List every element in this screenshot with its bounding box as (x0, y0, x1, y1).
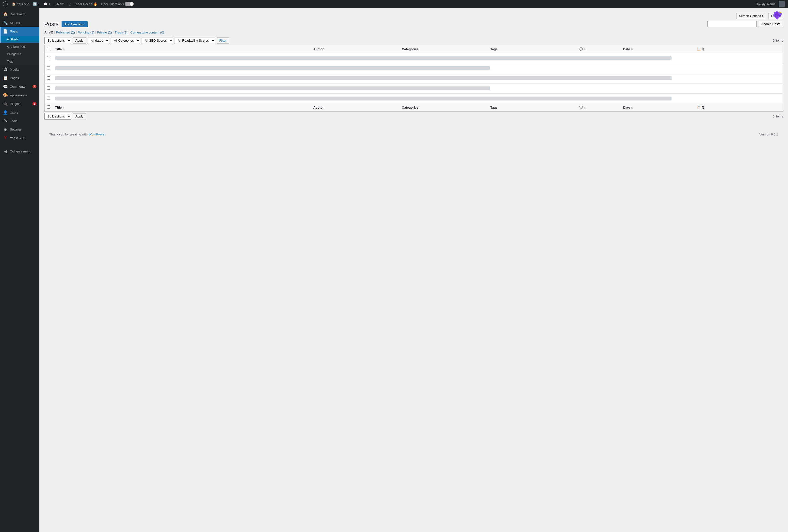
all-seo-scores-select[interactable]: All SEO Scores (142, 37, 173, 44)
comments-icon-header: 💬 (579, 47, 583, 51)
table-row (44, 73, 783, 83)
filter-tab-pending[interactable]: Pending (1) (78, 31, 94, 34)
wp-logo-icon (3, 1, 8, 6)
row1-skeleton-cell (53, 53, 783, 63)
sidebar-item-yoast-seo[interactable]: Y Yoast SEO (0, 134, 39, 142)
date-column-header[interactable]: Date ⇅ (620, 45, 694, 53)
row4-skeleton-cell (53, 83, 783, 94)
sidebar-item-tags[interactable]: Tags (0, 58, 39, 65)
posts-submenu: All Posts Add New Post Categories Tags (0, 36, 39, 65)
items-count-top: 5 items (773, 39, 783, 42)
site-link[interactable]: 🏠 Your site (12, 2, 29, 6)
sidebar-item-all-posts[interactable]: All Posts (0, 36, 39, 43)
comments-icon: 💬 (44, 2, 47, 6)
page-title: Posts (44, 21, 59, 27)
sidebar: 🏠 Dashboard 🔧 Site Kit 📄 Posts All Posts… (0, 8, 39, 532)
defender-icon-link[interactable]: 🛡 (67, 2, 71, 6)
add-new-post-button[interactable]: Add New Post (62, 21, 88, 27)
plugin-logo-icon (771, 10, 783, 22)
plugin-logo-area (771, 10, 783, 22)
tools-icon: 🛠 (3, 119, 8, 123)
categories-footer-header: Categories (399, 103, 488, 112)
new-content-link[interactable]: + New (55, 2, 63, 6)
sidebar-item-add-new-post[interactable]: Add New Post (0, 43, 39, 51)
seo-icons: 📋 ⇅ (697, 47, 705, 51)
row4-checkbox[interactable] (47, 86, 50, 90)
hack-guardian-link[interactable]: HackGuardian ℹ (101, 2, 134, 6)
items-count-bottom: 5 items (773, 115, 783, 118)
page-header: Search Posts Posts Add New Post (44, 21, 783, 31)
all-dates-select[interactable]: All dates (88, 37, 109, 44)
media-icon: 🖼 (3, 67, 8, 72)
row1-checkbox[interactable] (47, 56, 50, 59)
sidebar-item-posts[interactable]: 📄 Posts (0, 27, 39, 36)
bulk-actions-select[interactable]: Bulk actions (44, 37, 71, 44)
row2-skeleton-cell (53, 63, 783, 73)
comments-link[interactable]: 💬 1 (44, 2, 50, 6)
row5-checkbox[interactable] (47, 97, 50, 100)
title-footer-header[interactable]: Title ⇅ (53, 103, 311, 112)
table-row (44, 63, 783, 73)
row2-checkbox[interactable] (47, 66, 50, 70)
wp-wrap: 🏠 Dashboard 🔧 Site Kit 📄 Posts All Posts… (0, 0, 788, 532)
collapse-menu-btn[interactable]: ◀ Collapse menu (0, 147, 39, 156)
wp-logo-link[interactable] (3, 1, 8, 6)
defender-icon: 🛡 (67, 2, 71, 6)
all-readability-select[interactable]: All Readability Scores (175, 37, 215, 44)
filter-tab-trash[interactable]: Trash (1) (115, 31, 127, 34)
apply-button-bottom[interactable]: Apply (73, 113, 86, 119)
title-column-header[interactable]: Title ⇅ (53, 45, 311, 53)
filter-tab-published[interactable]: Published (2) (56, 31, 75, 34)
plugins-icon: 🔌 (3, 101, 8, 106)
table-footer-row: Title ⇅ Author Categories Tags 💬 ⇅ Date (44, 103, 783, 112)
posts-table: Title ⇅ Author Categories Tags 💬 ⇅ Date (44, 45, 783, 112)
sidebar-item-categories[interactable]: Categories (0, 51, 39, 58)
sidebar-item-appearance[interactable]: 🎨 Appearance (0, 91, 39, 99)
footer-thanks: Thank you for creating with WordPress . (49, 133, 106, 136)
sidebar-item-pages[interactable]: 📋 Pages (0, 74, 39, 82)
avatar (779, 1, 785, 7)
date-footer-header[interactable]: Date ⇅ (620, 103, 694, 112)
screen-options-bar: Screen Options ▾ Help ▾ (44, 13, 783, 19)
bulk-actions-select-bottom[interactable]: Bulk actions (44, 113, 71, 120)
all-categories-select[interactable]: All Categories (111, 37, 140, 44)
filter-tab-all[interactable]: All (5) (44, 31, 53, 34)
comments-column-header[interactable]: 💬 ⇅ (576, 45, 621, 53)
select-all-footer-checkbox[interactable] (47, 105, 50, 109)
filter-tab-cornerstone[interactable]: Cornerstone content (0) (130, 31, 164, 34)
comments-menu-icon: 💬 (3, 84, 8, 89)
row5-skeleton-cell (53, 94, 783, 104)
howdy-link[interactable]: Howdy, Name (756, 2, 776, 6)
updates-link[interactable]: 🔄 1 (33, 2, 40, 6)
table-row (44, 53, 783, 63)
wordpress-link[interactable]: WordPress (88, 133, 105, 136)
sidebar-item-plugins[interactable]: 🔌 Plugins 1 (0, 99, 39, 108)
sidebar-item-dashboard[interactable]: 🏠 Dashboard (0, 10, 39, 18)
filter-tab-private[interactable]: Private (2) (97, 31, 112, 34)
apply-button-top[interactable]: Apply (73, 37, 86, 44)
sidebar-item-users[interactable]: 👤 Users (0, 108, 39, 117)
skeleton-bar (55, 76, 671, 80)
sidebar-item-settings[interactable]: ⚙ Settings (0, 125, 39, 134)
posts-icon: 📄 (3, 29, 8, 34)
row3-checkbox[interactable] (47, 76, 50, 80)
filter-button[interactable]: Filter (217, 37, 229, 44)
sidebar-item-site-kit[interactable]: 🔧 Site Kit (0, 18, 39, 27)
sidebar-item-media[interactable]: 🖼 Media (0, 65, 39, 74)
select-all-checkbox[interactable] (47, 47, 50, 50)
hack-guardian-toggle[interactable] (125, 2, 134, 6)
sidebar-item-comments[interactable]: 💬 Comments 1 (0, 82, 39, 91)
row5-checkbox-cell (44, 94, 53, 104)
updates-icon: 🔄 (33, 2, 37, 6)
select-all-header (44, 45, 53, 53)
bottom-toolbar: Bulk actions Apply 5 items (44, 113, 783, 120)
clear-cache-link[interactable]: Clear Cache 🔥 (75, 2, 97, 6)
screen-options-button[interactable]: Screen Options ▾ (736, 13, 767, 19)
search-posts-input[interactable] (708, 21, 757, 27)
sidebar-item-tools[interactable]: 🛠 Tools (0, 117, 39, 125)
comments-footer-header[interactable]: 💬 ⇅ (576, 103, 621, 112)
dashboard-icon: 🏠 (3, 12, 8, 17)
date-sort-footer-icon: ⇅ (631, 106, 633, 109)
footer-version: Version 6.6.1 (760, 133, 778, 136)
top-toolbar: Bulk actions Apply All dates All Categor… (44, 37, 783, 44)
